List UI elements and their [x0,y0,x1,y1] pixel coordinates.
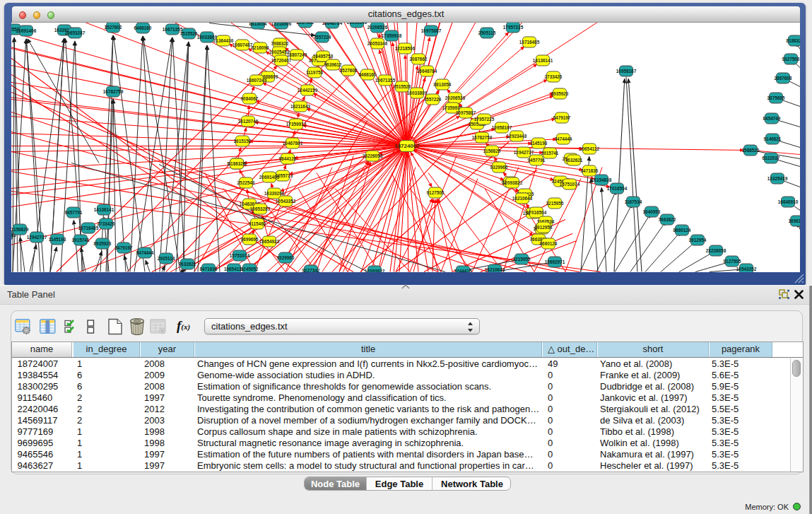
svg-text:7632621: 7632621 [565,157,583,162]
svg-text:9639612: 9639612 [324,62,342,66]
svg-text:6479197: 6479197 [115,245,133,250]
svg-text:7515526: 7515526 [394,83,411,88]
svg-text:8660124: 8660124 [673,227,691,232]
svg-text:1156829: 1156829 [11,226,29,231]
svg-text:15720407: 15720407 [271,57,292,62]
svg-text:1145193: 1145193 [49,236,66,241]
svg-text:10958167: 10958167 [616,68,637,73]
svg-text:26053346: 26053346 [367,40,388,45]
svg-text:1696178: 1696178 [789,218,800,223]
svg-text:8471636: 8471636 [581,168,599,173]
svg-text:7663822: 7663822 [659,216,676,221]
svg-text:15751074: 15751074 [230,252,250,257]
svg-text:1588520: 1588520 [742,147,760,152]
svg-text:8471636: 8471636 [200,266,218,271]
svg-text:17016504: 17016504 [607,185,628,190]
svg-text:12218506: 12218506 [395,45,416,50]
svg-text:10807487: 10807487 [233,42,253,47]
svg-text:17359912: 17359912 [286,121,307,126]
svg-text:6479197: 6479197 [553,115,571,119]
svg-text:8186328: 8186328 [228,160,246,165]
svg-text:3912954: 3912954 [535,224,553,229]
svg-text:1615152: 1615152 [234,138,252,143]
svg-text:17957225: 17957225 [474,116,495,121]
svg-text:16339296: 16339296 [264,190,285,195]
svg-text:16782759: 16782759 [103,88,124,93]
svg-text:2733426: 2733426 [98,221,115,226]
svg-text:21364436: 21364436 [213,37,234,42]
svg-text:13716485: 13716485 [519,39,540,44]
svg-text:12923448: 12923448 [507,133,527,138]
svg-text:1527602: 1527602 [105,24,122,29]
svg-text:12442159: 12442159 [298,87,318,92]
svg-text:20206526: 20206526 [367,24,388,29]
svg-text:9227342: 9227342 [302,267,320,271]
svg-text:16782759: 16782759 [472,134,493,139]
svg-text:13325419: 13325419 [767,175,788,180]
svg-text:8935923: 8935923 [551,90,569,95]
svg-text:18807249: 18807249 [287,52,307,57]
svg-text:16211643: 16211643 [290,103,311,108]
svg-text:9457791: 9457791 [65,209,83,214]
svg-text:1119753: 1119753 [306,69,324,74]
svg-text:9084067: 9084067 [241,95,259,100]
svg-text:16640910: 16640910 [778,199,799,204]
svg-text:1167534: 1167534 [625,199,642,204]
svg-text:7557224: 7557224 [314,34,331,39]
svg-text:20206526: 20206526 [445,95,466,100]
svg-text:9245052: 9245052 [241,266,259,271]
svg-text:10467861: 10467861 [283,140,303,145]
svg-text:6466160: 6466160 [359,71,377,76]
svg-text:9146821: 9146821 [764,136,782,141]
svg-text:9329966: 9329966 [490,164,508,169]
svg-text:9127505: 9127505 [724,258,741,263]
svg-text:10653287: 10653287 [65,30,86,35]
svg-text:15692971: 15692971 [545,259,565,264]
svg-text:14136141: 14136141 [533,57,553,62]
svg-text:9474444: 9474444 [555,136,572,141]
svg-text:6322037: 6322037 [763,155,780,160]
svg-text:8813054: 8813054 [434,81,452,86]
svg-text:10975887: 10975887 [421,28,442,33]
svg-text:9474444: 9474444 [136,250,154,255]
svg-text:13654923: 13654923 [259,238,280,243]
svg-text:16120746: 16120746 [238,118,259,123]
svg-text:2087662: 2087662 [410,56,428,61]
svg-text:14495758: 14495758 [313,53,334,58]
svg-text:10958167: 10958167 [492,124,512,129]
svg-text:3875685: 3875685 [767,95,785,100]
svg-text:7515526: 7515526 [180,30,198,35]
svg-text:20691406: 20691406 [16,28,37,33]
svg-text:18607249: 18607249 [247,77,267,82]
svg-text:3912954: 3912954 [689,237,707,242]
svg-text:23226058: 23226058 [363,153,383,158]
svg-text:2505115: 2505115 [478,30,496,35]
svg-text:2522543: 2522543 [237,180,255,185]
svg-text:1145193: 1145193 [530,140,548,145]
svg-text:8186328: 8186328 [787,37,800,42]
svg-text:12218506: 12218506 [271,23,292,26]
svg-text:9327508: 9327508 [782,56,800,61]
svg-text:16210643: 16210643 [485,267,505,271]
svg-text:10654112: 10654112 [579,146,600,151]
svg-text:10653287: 10653287 [250,206,271,211]
svg-text:2733426: 2733426 [545,74,563,78]
svg-text:1640953: 1640953 [643,209,661,214]
svg-text:8813054: 8813054 [249,23,267,26]
svg-text:1244415: 1244415 [454,268,472,271]
svg-text:2867608: 2867608 [775,75,792,80]
svg-text:13716485: 13716485 [78,225,99,230]
svg-text:3215955: 3215955 [546,200,564,205]
svg-text:1527602: 1527602 [340,67,358,72]
svg-text:12942737: 12942737 [27,234,47,239]
svg-text:10543352: 10543352 [276,198,296,203]
svg-text:2935114: 2935114 [158,255,175,260]
svg-text:3915741: 3915741 [72,237,90,242]
svg-text:12093822: 12093822 [502,180,523,185]
svg-text:16154838: 16154838 [592,177,612,182]
svg-text:26053346: 26053346 [347,23,367,25]
svg-text:2087662: 2087662 [297,23,314,25]
svg-text:16648784: 16648784 [417,68,437,73]
svg-text:3915741: 3915741 [541,150,559,155]
svg-text:14136141: 14136141 [94,206,114,211]
